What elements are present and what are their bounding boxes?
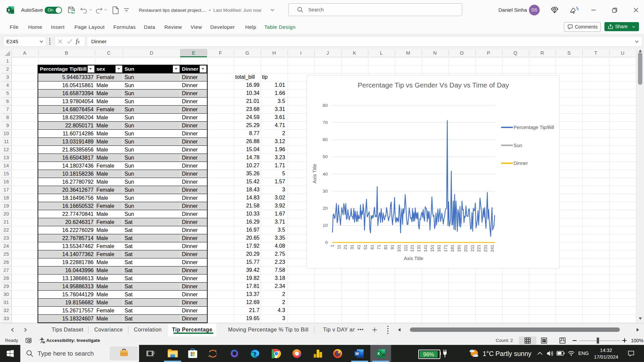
svg-text:40: 40 bbox=[323, 172, 328, 177]
svg-text:121: 121 bbox=[410, 245, 415, 252]
svg-text:181: 181 bbox=[450, 245, 455, 252]
svg-text:11: 11 bbox=[336, 245, 341, 249]
svg-text:30: 30 bbox=[323, 189, 328, 194]
svg-text:91: 91 bbox=[390, 245, 395, 249]
svg-text:171: 171 bbox=[443, 245, 448, 252]
svg-text:41: 41 bbox=[356, 245, 361, 249]
svg-text:231: 231 bbox=[483, 245, 488, 252]
svg-text:Percentage Tip vs Gender Vs Da: Percentage Tip vs Gender Vs Day vs Time … bbox=[358, 81, 509, 89]
svg-text:1: 1 bbox=[330, 245, 335, 247]
svg-text:221: 221 bbox=[476, 245, 481, 252]
svg-text:191: 191 bbox=[457, 245, 462, 252]
svg-text:10: 10 bbox=[323, 223, 328, 228]
svg-text:80: 80 bbox=[323, 103, 328, 108]
svg-text:Axis Title: Axis Title bbox=[312, 164, 317, 183]
svg-text:60: 60 bbox=[323, 137, 328, 142]
svg-text:141: 141 bbox=[423, 245, 428, 252]
svg-text:Dinner: Dinner bbox=[514, 161, 528, 166]
svg-text:70: 70 bbox=[323, 120, 328, 125]
svg-text:241: 241 bbox=[490, 245, 495, 252]
svg-text:211: 211 bbox=[470, 245, 475, 252]
svg-text:21: 21 bbox=[343, 245, 348, 249]
svg-text:151: 151 bbox=[430, 245, 435, 252]
svg-text:111: 111 bbox=[403, 245, 408, 251]
svg-text:50: 50 bbox=[323, 154, 328, 159]
svg-text:161: 161 bbox=[436, 245, 441, 252]
svg-text:20: 20 bbox=[323, 206, 328, 211]
svg-text:Axis Title: Axis Title bbox=[404, 256, 423, 261]
svg-text:31: 31 bbox=[350, 245, 355, 249]
svg-text:Sun: Sun bbox=[514, 143, 522, 148]
svg-text:W: W bbox=[355, 352, 359, 356]
svg-text:71: 71 bbox=[376, 245, 381, 249]
svg-text:0: 0 bbox=[325, 240, 328, 245]
svg-text:Percentage Tip/Bill: Percentage Tip/Bill bbox=[514, 125, 554, 130]
svg-text:201: 201 bbox=[463, 245, 468, 252]
svg-text:X: X bbox=[377, 352, 380, 356]
svg-text:81: 81 bbox=[383, 245, 388, 249]
svg-text:61: 61 bbox=[370, 245, 375, 249]
svg-text:101: 101 bbox=[396, 245, 401, 252]
svg-text:131: 131 bbox=[416, 245, 421, 252]
svg-text:51: 51 bbox=[363, 245, 368, 249]
